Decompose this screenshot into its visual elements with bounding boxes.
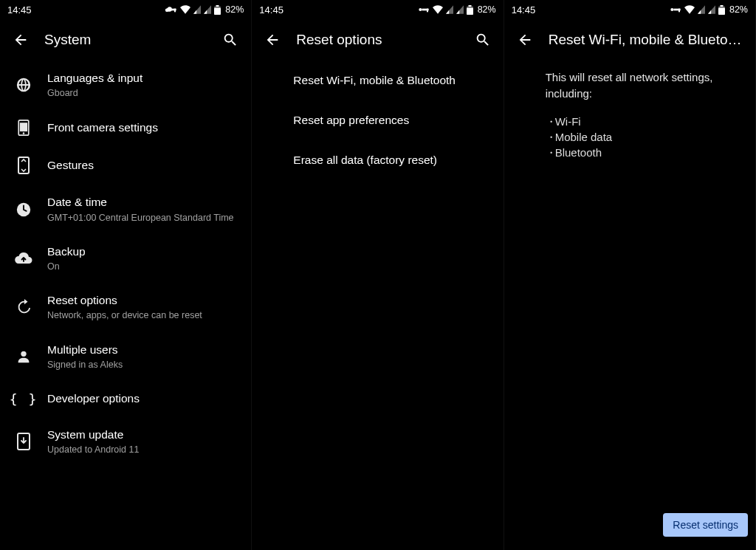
status-clock: 14:45 bbox=[512, 4, 536, 16]
reset-settings-button[interactable]: Reset settings bbox=[663, 513, 748, 537]
item-reset-app-prefs[interactable]: Reset app preferences bbox=[252, 100, 503, 140]
item-sub: GMT+01:00 Central European Standard Time bbox=[47, 212, 239, 224]
vpn-key-icon bbox=[670, 6, 681, 13]
bullet-wifi: Wi-Fi bbox=[546, 115, 740, 129]
item-title: Front camera settings bbox=[47, 120, 239, 135]
signal-2-icon bbox=[204, 5, 211, 14]
status-icons: 82% bbox=[165, 4, 244, 15]
svg-rect-24 bbox=[720, 5, 723, 7]
signal-2-icon bbox=[708, 5, 715, 14]
restore-icon bbox=[16, 299, 32, 315]
status-icons: 82% bbox=[418, 4, 496, 15]
vpn-key-icon bbox=[418, 6, 430, 13]
svg-rect-18 bbox=[468, 5, 471, 7]
page-title: Reset options bbox=[296, 32, 467, 48]
svg-rect-7 bbox=[20, 123, 27, 132]
svg-rect-5 bbox=[216, 5, 219, 7]
battery-percent: 82% bbox=[729, 4, 748, 15]
wifi-icon bbox=[433, 5, 443, 14]
page-title: System bbox=[44, 32, 216, 48]
item-developer-options[interactable]: { } Developer options bbox=[0, 381, 251, 417]
item-sub: Signed in as Aleks bbox=[47, 359, 239, 371]
search-icon bbox=[222, 32, 238, 48]
svg-point-8 bbox=[23, 133, 25, 135]
search-icon bbox=[475, 32, 491, 48]
item-title: Multiple users bbox=[47, 343, 239, 357]
item-title: Reset options bbox=[47, 293, 239, 308]
signal-2-icon bbox=[456, 5, 464, 14]
bullet-mobile-data: Mobile data bbox=[546, 131, 740, 145]
signal-1-icon bbox=[446, 5, 453, 14]
app-bar: Reset Wi-Fi, mobile & Blueto… bbox=[504, 19, 755, 61]
back-button[interactable] bbox=[258, 25, 287, 55]
signal-1-icon bbox=[193, 5, 201, 14]
item-sub: Gboard bbox=[47, 87, 239, 99]
svg-rect-23 bbox=[718, 7, 725, 15]
svg-point-0 bbox=[167, 8, 170, 11]
item-languages-input[interactable]: Languages & input Gboard bbox=[0, 61, 251, 109]
cloud-up-icon bbox=[15, 252, 32, 265]
item-sub: Updated to Android 11 bbox=[47, 444, 239, 456]
intro-text: This will reset all network settings, in… bbox=[546, 69, 740, 102]
phone-front-icon bbox=[16, 120, 31, 136]
wifi-icon bbox=[180, 5, 190, 14]
item-sub: Network, apps, or device can be reset bbox=[47, 309, 239, 321]
reset-network-detail: This will reset all network settings, in… bbox=[504, 61, 755, 550]
svg-point-19 bbox=[670, 8, 673, 11]
item-reset-network[interactable]: Reset Wi-Fi, mobile & Bluetooth bbox=[252, 61, 503, 100]
braces-icon: { } bbox=[10, 391, 38, 407]
bullet-bluetooth: Bluetooth bbox=[546, 146, 740, 160]
battery-icon bbox=[467, 5, 473, 15]
gesture-icon bbox=[16, 157, 31, 174]
item-reset-options[interactable]: Reset options Network, apps, or device c… bbox=[0, 283, 251, 331]
item-title: System update bbox=[47, 427, 239, 442]
arrow-back-icon bbox=[13, 32, 29, 48]
globe-icon bbox=[16, 77, 32, 93]
item-title: Languages & input bbox=[47, 71, 239, 86]
signal-1-icon bbox=[698, 5, 705, 14]
settings-list: Languages & input Gboard Front camera se… bbox=[0, 61, 251, 550]
phone-screen-reset-network: 14:45 82% Reset Wi-Fi, mobile & Blueto… … bbox=[504, 0, 756, 550]
app-bar: System bbox=[0, 19, 251, 61]
item-factory-reset[interactable]: Erase all data (factory reset) bbox=[252, 140, 503, 180]
battery-percent: 82% bbox=[225, 4, 244, 15]
status-bar: 14:45 82% bbox=[252, 0, 503, 19]
phone-screen-system: 14:45 82% System Languages & input Gboar… bbox=[0, 0, 252, 550]
clock-icon bbox=[16, 202, 32, 218]
battery-icon bbox=[214, 5, 221, 15]
status-clock: 14:45 bbox=[259, 4, 284, 16]
back-button[interactable] bbox=[510, 25, 540, 55]
vpn-key-icon bbox=[165, 6, 177, 13]
item-title: Date & time bbox=[47, 195, 239, 210]
svg-rect-4 bbox=[214, 7, 221, 15]
battery-percent: 82% bbox=[478, 4, 496, 15]
page-title: Reset Wi-Fi, mobile & Blueto… bbox=[549, 32, 749, 48]
item-title: Gestures bbox=[47, 158, 239, 173]
status-clock: 14:45 bbox=[7, 4, 32, 16]
svg-rect-2 bbox=[174, 9, 176, 13]
search-button[interactable] bbox=[216, 25, 245, 55]
system-update-icon bbox=[17, 433, 30, 450]
person-icon bbox=[16, 348, 32, 365]
item-system-update[interactable]: System update Updated to Android 11 bbox=[0, 417, 251, 466]
phone-screen-reset-options: 14:45 82% Reset options Reset Wi-Fi, mob… bbox=[252, 0, 504, 550]
item-front-camera[interactable]: Front camera settings bbox=[0, 109, 251, 146]
item-backup[interactable]: Backup On bbox=[0, 234, 251, 283]
svg-point-11 bbox=[21, 351, 26, 356]
svg-rect-15 bbox=[427, 9, 428, 13]
item-gestures[interactable]: Gestures bbox=[0, 146, 251, 185]
status-bar: 14:45 82% bbox=[504, 0, 755, 19]
app-bar: Reset options bbox=[252, 19, 503, 61]
back-button[interactable] bbox=[6, 25, 35, 55]
arrow-back-icon bbox=[264, 32, 281, 48]
battery-icon bbox=[718, 5, 725, 15]
item-date-time[interactable]: Date & time GMT+01:00 Central European S… bbox=[0, 185, 251, 233]
search-button[interactable] bbox=[468, 25, 498, 55]
item-title: Developer options bbox=[47, 391, 239, 406]
reset-options-list: Reset Wi-Fi, mobile & Bluetooth Reset ap… bbox=[252, 61, 503, 550]
status-icons: 82% bbox=[670, 4, 748, 15]
svg-point-13 bbox=[419, 8, 422, 11]
svg-rect-17 bbox=[467, 7, 473, 15]
item-multiple-users[interactable]: Multiple users Signed in as Aleks bbox=[0, 332, 251, 381]
status-bar: 14:45 82% bbox=[0, 0, 251, 19]
